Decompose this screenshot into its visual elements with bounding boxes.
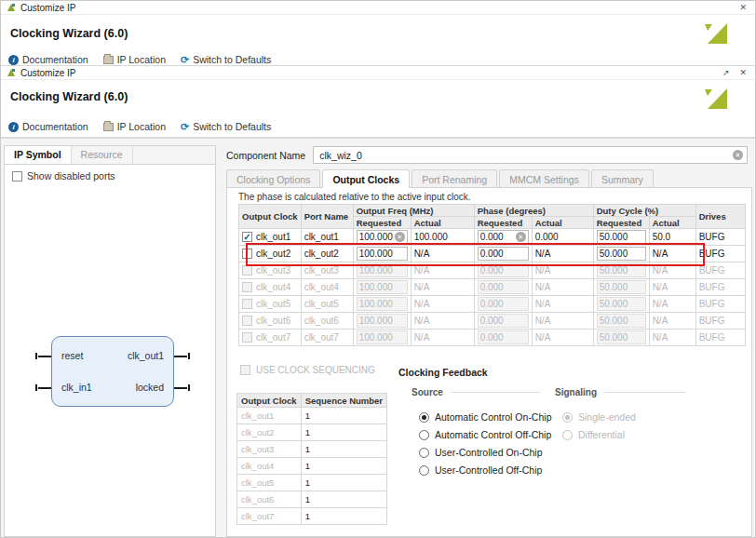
tab-clocking-options[interactable]: Clocking Options — [226, 169, 320, 188]
signaling-section-label: Signaling — [555, 387, 686, 397]
port-tick — [188, 384, 190, 391]
port-tick — [35, 353, 37, 359]
output-clocks-table: Output Clock Port Name Output Freq (MHz)… — [238, 204, 746, 346]
folder-icon — [103, 56, 114, 64]
radio-automatic-control-off-chip[interactable]: Automatic Control Off-Chip — [419, 429, 551, 440]
close-icon[interactable]: ✕ — [736, 3, 749, 12]
radio-user-controlled-off-chip[interactable]: User-Controlled Off-Chip — [419, 464, 542, 476]
toolbar-links: i Documentation IP Location ⟳ Switch to … — [8, 54, 271, 65]
component-name-input[interactable]: clk_wiz_0 ✕ — [313, 146, 748, 164]
freq-requested-input: 100.000 — [357, 297, 408, 311]
col-actual: Actual — [411, 217, 474, 229]
close-icon[interactable]: ✕ — [736, 68, 749, 77]
component-name-row: Component Name clk_wiz_0 ✕ — [226, 146, 748, 164]
port-stub — [174, 356, 187, 357]
col-actual: Actual — [532, 217, 593, 229]
col-output-freq: Output Freq (MHz) — [353, 205, 474, 217]
clk-out2-checkbox[interactable] — [242, 249, 252, 259]
port-reset: reset — [61, 350, 83, 361]
port-clk-out1: clk_out1 — [128, 350, 164, 361]
table-row: clk_out51 — [237, 475, 387, 491]
window-titlebar: Customize IP ✕ — [1, 1, 755, 15]
port-stub — [38, 387, 51, 389]
duty-requested-input: 50.000 — [597, 314, 646, 328]
freq-requested-input: 100.000 — [357, 314, 408, 328]
freq-requested-input: 100.000 — [357, 330, 408, 344]
duty-requested-input[interactable]: 50.000 — [597, 230, 646, 244]
duty-requested-input[interactable]: 50.000 — [597, 247, 646, 261]
page-title: Clocking Wizard (6.0) — [10, 27, 128, 40]
freq-requested-input[interactable]: 100.000 — [357, 247, 408, 261]
radio-icon — [562, 430, 573, 440]
radio-icon — [419, 430, 429, 440]
col-output-clock: Output Clock — [237, 394, 302, 408]
freq-requested-input[interactable]: 100.000✕ — [357, 230, 408, 244]
radio-single-ended: Single-ended — [562, 411, 636, 423]
xilinx-logo — [703, 21, 729, 49]
port-tick — [188, 353, 190, 359]
phase-requested-input: 0.000 — [478, 314, 529, 328]
clk-out1-checkbox[interactable] — [242, 232, 252, 242]
radio-automatic-control-on-chip[interactable]: Automatic Control On-Chip — [419, 411, 551, 423]
col-sequence-number: Sequence Number — [301, 394, 386, 408]
col-requested: Requested — [474, 217, 532, 229]
duty-requested-input: 50.000 — [597, 297, 646, 311]
tab-output-clocks[interactable]: Output Clocks — [322, 169, 410, 188]
radio-user-controlled-on-chip[interactable]: User-Controlled On-Chip — [419, 447, 543, 458]
customize-ip-icon — [7, 3, 16, 12]
tab-mmcm-settings[interactable]: MMCM Settings — [499, 169, 589, 188]
table-row: clk_out4 clk_out4 100.000 N/A 0.000 N/A … — [239, 279, 746, 296]
sequence-table: Output Clock Sequence Number clk_out11 c… — [236, 393, 387, 525]
switch-to-defaults-link[interactable]: ⟳ Switch to Defaults — [181, 121, 271, 132]
col-phase: Phase (degrees) — [474, 205, 593, 217]
clear-icon[interactable]: ✕ — [395, 232, 405, 242]
radio-differential: Differential — [562, 429, 625, 440]
ip-symbol-diagram: reset clk_in1 clk_out1 locked — [5, 146, 215, 536]
documentation-link[interactable]: i Documentation — [8, 54, 88, 65]
toolbar-links: i Documentation IP Location ⟳ Switch to … — [8, 121, 271, 132]
refresh-icon: ⟳ — [181, 55, 189, 64]
ip-location-link[interactable]: IP Location — [103, 121, 166, 132]
output-clocks-panel: The phase is calculated relative to the … — [226, 187, 752, 537]
tab-port-renaming[interactable]: Port Renaming — [412, 169, 497, 188]
table-row: clk_out3 clk_out3 100.000 N/A 0.000 N/A … — [239, 262, 746, 279]
port-stub — [38, 356, 51, 357]
col-drives: Drives — [695, 205, 745, 229]
radio-icon — [562, 412, 573, 423]
radio-icon — [419, 448, 429, 458]
clocking-feedback-title: Clocking Feedback — [398, 367, 488, 378]
clear-icon[interactable]: ✕ — [516, 232, 526, 242]
table-row: clk_out61 — [237, 491, 387, 508]
port-tick — [35, 384, 37, 391]
ip-location-link[interactable]: IP Location — [103, 54, 166, 65]
tab-summary[interactable]: Summary — [591, 169, 654, 188]
documentation-link[interactable]: i Documentation — [8, 121, 88, 132]
freq-requested-input: 100.000 — [357, 280, 408, 294]
info-icon: i — [8, 122, 19, 132]
phase-requested-input[interactable]: 0.000✕ — [478, 230, 529, 244]
duty-requested-input: 50.000 — [597, 280, 646, 294]
config-tabs: Clocking Options Output Clocks Port Rena… — [226, 169, 655, 188]
table-row: clk_out2 clk_out2 100.000 N/A 0.000 N/A … — [239, 246, 746, 262]
refresh-icon: ⟳ — [181, 122, 189, 131]
port-stub — [174, 387, 187, 389]
clk-out5-checkbox — [242, 299, 252, 309]
use-clock-sequencing-checkbox — [240, 365, 250, 375]
table-row: clk_out5 clk_out5 100.000 N/A 0.000 N/A … — [239, 296, 746, 313]
port-clk-in1: clk_in1 — [61, 382, 92, 393]
window-titlebar-2: Customize IP ↗ ✕ — [1, 66, 755, 80]
xilinx-logo — [703, 87, 729, 114]
phase-requested-input[interactable]: 0.000 — [478, 247, 529, 261]
table-row: clk_out7 clk_out7 100.000 N/A 0.000 N/A … — [239, 330, 746, 346]
col-duty-cycle: Duty Cycle (%) — [593, 205, 695, 217]
clear-icon[interactable]: ✕ — [733, 150, 743, 160]
switch-to-defaults-link[interactable]: ⟳ Switch to Defaults — [181, 54, 271, 65]
table-row: clk_out21 — [237, 424, 387, 441]
table-row: clk_out1 clk_out1 100.000✕ 100.000 0.000… — [239, 229, 746, 246]
duty-requested-input: 50.000 — [597, 263, 646, 277]
clk-out4-checkbox — [242, 282, 252, 292]
table-row: clk_out41 — [237, 458, 387, 475]
sequence-table-wrap: Output Clock Sequence Number clk_out11 c… — [236, 393, 387, 525]
table-row: clk_out11 — [237, 408, 387, 424]
detach-icon[interactable]: ↗ — [720, 68, 733, 77]
